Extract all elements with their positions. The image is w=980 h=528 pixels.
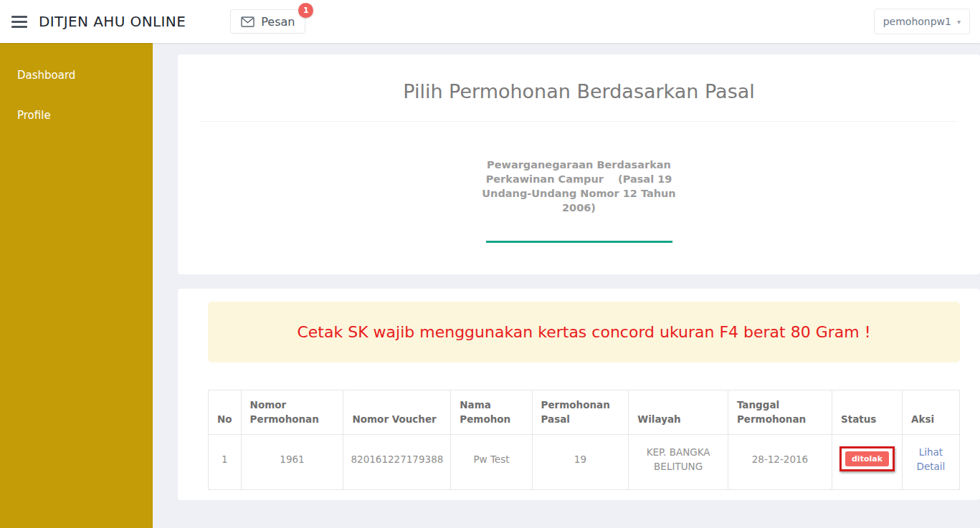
table-header-row: No Nomor Permohonan Nomor Voucher Nama P… [209, 390, 960, 435]
cell-status: ditolak [832, 434, 902, 489]
sidebar-item-dashboard[interactable]: Dashboard [0, 64, 153, 86]
cell-tanggal-permohonan: 28-12-2016 [728, 434, 832, 489]
cell-nama-pemohon: Pw Test [451, 434, 532, 489]
col-header-nama-pemohon: Nama Pemohon [451, 390, 532, 435]
col-header-status: Status [832, 390, 902, 435]
col-header-no: No [209, 390, 242, 435]
cell-nomor-voucher: 820161227179388 [343, 434, 451, 489]
panel-pilih-pasal: Pilih Permohonan Berdasarkan Pasal Pewar… [178, 54, 980, 274]
permohonan-table: No Nomor Permohonan Nomor Voucher Nama P… [208, 390, 960, 490]
pesan-button[interactable]: Pesan 1 [230, 9, 305, 34]
option-underline [486, 241, 672, 243]
status-badge: ditolak [845, 451, 889, 466]
sidebar-item-profile[interactable]: Profile [0, 105, 153, 126]
col-header-nomor-permohonan: Nomor Permohonan [241, 390, 343, 435]
cell-aksi: Lihat Detail [902, 434, 959, 489]
pasal-option[interactable]: Pewarganegaraan Berdasarkan Perkawinan C… [475, 158, 683, 215]
col-header-tanggal-permohonan: Tanggal Permohonan [728, 390, 832, 435]
pesan-count-badge: 1 [298, 3, 313, 18]
cell-nomor-permohonan: 1961 [241, 434, 343, 489]
cell-no: 1 [209, 434, 242, 489]
col-header-aksi: Aksi [902, 390, 959, 435]
panel-divider [201, 121, 957, 122]
lihat-detail-link[interactable]: Lihat Detail [917, 446, 946, 472]
top-navbar: DITJEN AHU ONLINE Pesan 1 pemohonpw1 ▾ [0, 0, 980, 43]
envelope-icon [241, 16, 254, 27]
col-header-nomor-voucher: Nomor Voucher [343, 390, 451, 435]
cell-wilayah: KEP. BANGKA BELITUNG [629, 434, 728, 489]
pasal-option-line: Perkawinan Campur (Pasal 19 [475, 172, 683, 186]
pasal-option-line: 2006) [475, 201, 683, 215]
sidebar: Dashboard Profile [0, 43, 153, 528]
pesan-label: Pesan [261, 15, 295, 29]
col-header-wilayah: Wilayah [629, 390, 728, 435]
user-menu-button[interactable]: pemohonpw1 ▾ [874, 9, 970, 34]
hamburger-menu-icon[interactable] [11, 13, 27, 31]
cell-permohonan-pasal: 19 [532, 434, 629, 489]
panel-daftar-permohonan: Cetak SK wajib menggunakan kertas concor… [178, 289, 980, 500]
table-row: 1 1961 820161227179388 Pw Test 19 KEP. B… [209, 434, 960, 489]
col-header-permohonan-pasal: Permohonan Pasal [532, 390, 629, 435]
chevron-down-icon: ▾ [957, 18, 961, 26]
app-title: DITJEN AHU ONLINE [39, 13, 186, 30]
status-highlight-annotation: ditolak [839, 446, 895, 471]
pasal-option-line: Pewarganegaraan Berdasarkan [475, 158, 683, 172]
username: pemohonpw1 [883, 16, 951, 27]
main-content: Pilih Permohonan Berdasarkan Pasal Pewar… [178, 54, 980, 500]
print-warning-alert: Cetak SK wajib menggunakan kertas concor… [208, 302, 960, 363]
pasal-option-line: Undang-Undang Nomor 12 Tahun [475, 186, 683, 201]
page-title: Pilih Permohonan Berdasarkan Pasal [178, 80, 980, 102]
